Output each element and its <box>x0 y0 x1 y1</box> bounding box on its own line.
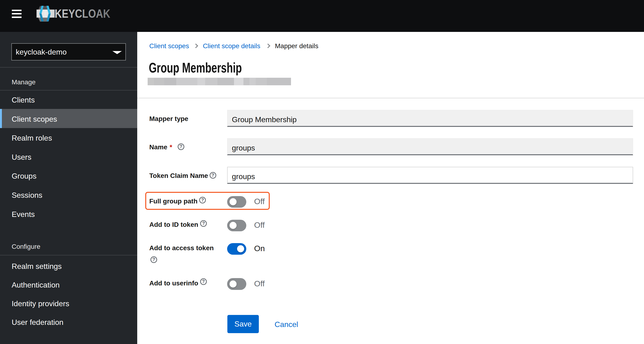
svg-text:KEYCLOAK: KEYCLOAK <box>55 7 110 20</box>
